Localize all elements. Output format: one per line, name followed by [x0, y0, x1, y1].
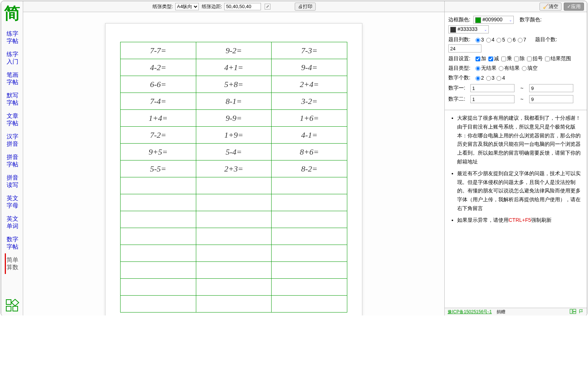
check-icon: ✓ [567, 4, 571, 9]
right-toolbar: 🧹清空 ✓应用 [445, 1, 587, 12]
cols-option[interactable]: 7 [516, 37, 526, 43]
numcount-label: 数字个数: [448, 75, 470, 81]
problem-cell: 1+6= [272, 110, 347, 127]
problem-cell: 9-9= [196, 110, 272, 127]
icp-link[interactable]: 豫ICP备15025156号-1 [448, 309, 492, 314]
chevron-down-icon: ⌄ [484, 28, 487, 32]
cols-option[interactable]: 4 [484, 37, 495, 43]
numcount-option[interactable]: 4 [494, 75, 505, 81]
num2-label: 数字二: [448, 96, 467, 102]
problem-cell: 6-6= [121, 76, 196, 93]
count-input[interactable] [448, 44, 481, 53]
problem-cell [272, 177, 347, 194]
problem-cell: 3-2= [272, 93, 347, 110]
problem-cell [121, 177, 196, 194]
num1-to-input[interactable] [529, 84, 573, 92]
print-button[interactable]: 🖨 打印 [295, 3, 316, 11]
main-area: 纸张类型: A4纵向 纸张边距: ⤢ 🖨 打印 7-7=9-2=7-3=4-2=… [23, 1, 444, 315]
problem-cell: 8-2= [272, 160, 347, 177]
note-item: 大家提出了很多有用的建议，我都看到了，十分感谢！由于目前没有上账号系统，所以意见… [457, 114, 582, 166]
right-panel: 🧹清空 ✓应用 边框颜色: #009900 ⌄ 数字颜色: #333333 [444, 1, 587, 315]
margin-label: 纸张边距: [202, 3, 222, 10]
nav-item-10[interactable]: 数字字帖 [5, 233, 19, 253]
nav-item-6[interactable]: 拼音字帖 [5, 151, 19, 171]
problem-cell [196, 262, 272, 279]
problem-cell: 7-2= [121, 127, 196, 144]
type-option[interactable]: 填空 [520, 65, 538, 71]
op-option[interactable]: 括号 [525, 55, 543, 61]
nav-item-5[interactable]: 汉字拼音 [5, 130, 19, 151]
nav-item-2[interactable]: 笔画字帖 [5, 68, 19, 89]
cols-option[interactable]: 5 [494, 37, 505, 43]
problem-cell: 7-3= [272, 42, 347, 59]
margin-input[interactable] [224, 3, 261, 10]
problem-cell [196, 194, 272, 211]
nav-item-4[interactable]: 文章字帖 [5, 109, 19, 130]
nav-item-7[interactable]: 拼音读写 [5, 171, 19, 192]
num2-from-input[interactable] [470, 95, 514, 103]
type-label: 题目类型: [448, 65, 470, 72]
shapes-icon[interactable] [5, 298, 19, 313]
problem-cell: 9-4= [272, 59, 347, 76]
number-color-label: 数字颜色: [520, 17, 542, 23]
color-chip-icon [475, 17, 481, 23]
svg-rect-6 [573, 312, 576, 314]
number-color-select[interactable]: #333333 ⌄ [448, 25, 489, 33]
op-option[interactable]: 减 [486, 55, 499, 61]
chevron-down-icon: ⌄ [509, 18, 512, 22]
num2-to-input[interactable] [529, 95, 573, 103]
cols-option[interactable]: 6 [505, 37, 516, 43]
nav-item-8[interactable]: 英文字母 [5, 192, 19, 212]
clear-button[interactable]: 🧹清空 [539, 3, 562, 11]
count-label: 题目个数: [535, 36, 557, 43]
problem-cell: 7-7= [121, 42, 196, 59]
numcount-option[interactable]: 3 [484, 75, 495, 81]
paper-type-select[interactable]: A4纵向 [175, 3, 199, 10]
type-option[interactable]: 有结果 [496, 65, 520, 71]
problem-cell [272, 279, 347, 296]
problem-cell [272, 296, 347, 313]
problem-cell [121, 245, 196, 262]
problem-cell: 4-1= [272, 127, 347, 144]
footer: 豫ICP备15025156号-1 捐赠 [445, 308, 587, 315]
problem-cell [121, 296, 196, 313]
donate-link[interactable]: 捐赠 [496, 309, 505, 314]
op-option[interactable]: 乘 [499, 55, 512, 61]
problem-cell [272, 228, 347, 245]
border-color-select[interactable]: #009900 ⌄ [473, 16, 514, 24]
problem-cell: 5-4= [196, 144, 272, 160]
problem-cell: 7-4= [121, 93, 196, 110]
problem-cell: 4+1= [196, 59, 272, 76]
cols-option[interactable]: 3 [473, 37, 484, 43]
problem-cell: 9-2= [196, 42, 272, 59]
settings-panel: 边框颜色: #009900 ⌄ 数字颜色: #333333 ⌄ 题目列数: 34… [445, 12, 587, 110]
problem-cell [196, 211, 272, 228]
numcount-option[interactable]: 2 [473, 75, 484, 81]
canvas[interactable]: 7-7=9-2=7-3=4-2=4+1=9-4=6-6=5+8=2+4=7-4=… [23, 12, 444, 315]
grid-icon[interactable] [570, 309, 576, 314]
nav-item-9[interactable]: 英文单词 [5, 212, 19, 233]
nav-item-11[interactable]: 简单算数 [5, 253, 19, 274]
nav-item-1[interactable]: 练字入门 [5, 48, 19, 68]
op-option[interactable]: 除 [512, 55, 525, 61]
nav-item-0[interactable]: 练字字帖 [5, 27, 19, 48]
expand-icon[interactable]: ⤢ [265, 4, 270, 10]
problem-cell: 8+6= [272, 144, 347, 160]
problem-cell: 1+4= [121, 110, 196, 127]
problem-cell: 4-2= [121, 59, 196, 76]
problem-cell [196, 245, 272, 262]
flag-icon[interactable] [579, 309, 584, 314]
nav-item-3[interactable]: 默写字帖 [5, 89, 19, 109]
op-option[interactable]: 结果范围 [543, 55, 571, 61]
sidebar: 简 练字字帖练字入门笔画字帖默写字帖文章字帖汉字拼音拼音字帖拼音读写英文字母英文… [1, 1, 23, 315]
cols-label: 题目列数: [448, 36, 470, 43]
num1-from-input[interactable] [470, 84, 514, 92]
problem-cell: 8-1= [196, 93, 272, 110]
apply-button[interactable]: ✓应用 [564, 3, 584, 11]
op-option[interactable]: 加 [473, 55, 486, 61]
broom-icon: 🧹 [543, 4, 549, 9]
type-option[interactable]: 无结果 [473, 65, 496, 71]
border-color-label: 边框颜色: [448, 17, 470, 23]
notes-panel[interactable]: 大家提出了很多有用的建议，我都看到了，十分感谢！由于目前没有上账号系统，所以意见… [445, 110, 587, 308]
problem-cell [121, 194, 196, 211]
